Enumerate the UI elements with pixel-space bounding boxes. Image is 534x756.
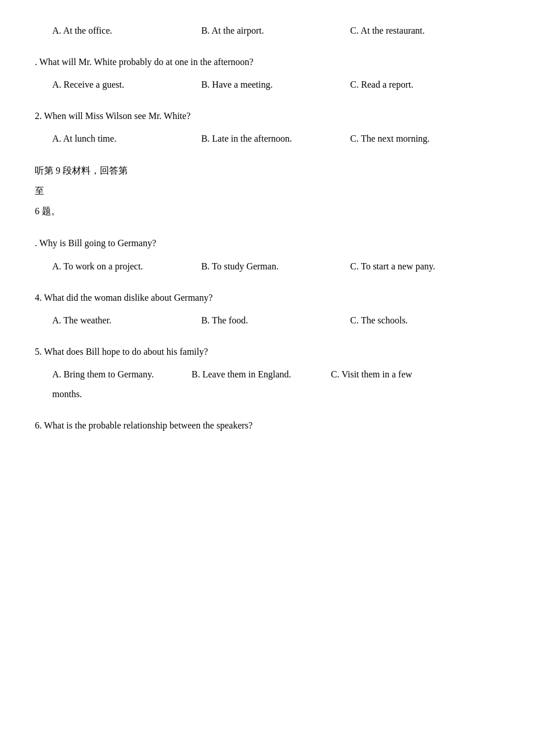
option-q1-b: B. Have a meeting. — [201, 77, 351, 92]
option-q0-c: C. At the restaurant. — [350, 23, 499, 38]
chinese-line-3: 6 题。 — [35, 203, 499, 220]
chinese-line-2: 至 — [35, 183, 499, 200]
option-q3-b: B. To study German. — [201, 259, 351, 274]
chinese-line-1: 听第 9 段材料，回答第 — [35, 163, 499, 179]
question-5-section: 5. What does Bill hope to do about his f… — [35, 344, 499, 402]
question-0-section: A. At the office. B. At the airport. C. … — [35, 23, 499, 38]
option-q5-b: B. Leave them in England. — [192, 367, 319, 382]
option-q4-b: B. The food. — [201, 313, 351, 328]
question-4-section: 4. What did the woman dislike about Germ… — [35, 290, 499, 328]
question-4-options: A. The weather. B. The food. C. The scho… — [52, 313, 499, 328]
question-3-options: A. To work on a project. B. To study Ger… — [52, 259, 499, 274]
option-q3-a: A. To work on a project. — [52, 259, 201, 274]
question-6-text: 6. What is the probable relationship bet… — [35, 418, 499, 433]
option-q5-c: C. Visit them in a few — [331, 367, 499, 382]
option-q4-c: C. The schools. — [350, 313, 499, 328]
question-3-section: . Why is Bill going to Germany? A. To wo… — [35, 236, 499, 273]
question-2-options: A. At lunch time. B. Late in the afterno… — [52, 131, 499, 146]
question-6-section: 6. What is the probable relationship bet… — [35, 418, 499, 433]
option-q4-a: A. The weather. — [52, 313, 201, 328]
question-2-text: 2. When will Miss Wilson see Mr. White? — [35, 109, 499, 124]
option-q1-a: A. Receive a guest. — [52, 77, 201, 92]
question-5-text: 5. What does Bill hope to do about his f… — [35, 344, 499, 359]
option-q3-c: C. To start a new pany. — [350, 259, 499, 274]
option-q2-c: C. The next morning. — [350, 131, 499, 146]
option-q0-b: B. At the airport. — [201, 23, 351, 38]
option-q1-c: C. Read a report. — [350, 77, 499, 92]
question-4-text: 4. What did the woman dislike about Germ… — [35, 290, 499, 305]
question-5-wrapped: months. — [52, 387, 499, 402]
chinese-instruction-section: 听第 9 段材料，回答第 至 6 题。 — [35, 163, 499, 219]
question-1-section: . What will Mr. White probably do at one… — [35, 55, 499, 92]
option-q2-a: A. At lunch time. — [52, 131, 201, 146]
question-3-text: . Why is Bill going to Germany? — [35, 236, 499, 251]
option-q0-a: A. At the office. — [52, 23, 201, 38]
question-1-options: A. Receive a guest. B. Have a meeting. C… — [52, 77, 499, 92]
option-q5-a: A. Bring them to Germany. — [52, 367, 180, 382]
question-5-options: A. Bring them to Germany. B. Leave them … — [52, 367, 499, 382]
question-0-options: A. At the office. B. At the airport. C. … — [52, 23, 499, 38]
option-q2-b: B. Late in the afternoon. — [201, 131, 351, 146]
question-1-text: . What will Mr. White probably do at one… — [35, 55, 499, 70]
question-2-section: 2. When will Miss Wilson see Mr. White? … — [35, 109, 499, 146]
